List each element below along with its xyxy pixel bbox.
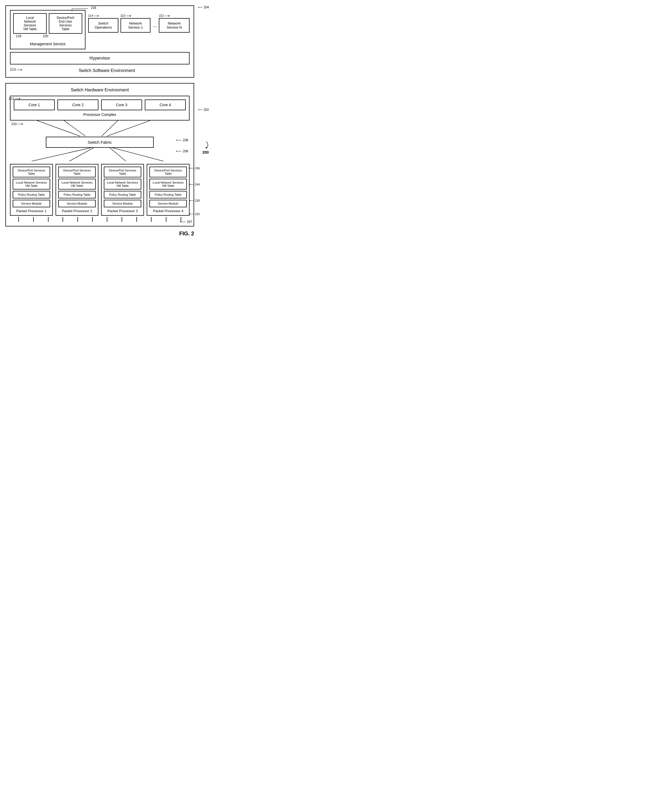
bottom-line-9 — [136, 217, 137, 222]
switch-operations-box: Switch Operations — [88, 18, 118, 33]
bottom-line-6 — [92, 217, 93, 222]
pp4-policy-routing-box: Policy Routing Table — [150, 191, 187, 198]
services-boxes: 214 Switch Operations — [88, 14, 189, 33]
device-port-end-user-table-box: Device/Port/ End User Services Table — [49, 13, 82, 34]
proc-to-fabric-lines: 210 — [10, 121, 189, 137]
ref-216-line — [64, 6, 96, 11]
svg-marker-37 — [198, 6, 199, 8]
network-service-1-ref-wrap: 222 Network Service 1 — [121, 14, 151, 33]
pp2-service-module-box: Service Module — [58, 200, 96, 207]
svg-marker-13 — [22, 123, 23, 125]
network-service-1-box: Network Service 1 — [121, 18, 151, 33]
packet-processor-1: Device/Port Services Table Local Network… — [10, 164, 53, 216]
ref-222b-label: 222 — [159, 14, 189, 18]
pp3-title: Packet Processor 3 — [104, 209, 141, 213]
ref-213-arrow — [17, 68, 23, 72]
ref-222a-label: 222 — [121, 14, 151, 18]
packet-processor-3: Device/Port Services Table Local Network… — [101, 164, 144, 216]
pp3-device-port-box: Device/Port Services Table — [104, 166, 141, 177]
svg-marker-40 — [205, 147, 207, 149]
bottom-line-7 — [107, 217, 107, 222]
pp4-device-port-box: Device/Port Services Table — [150, 166, 187, 177]
ref-214-label: 214 — [88, 14, 118, 18]
ref-210-arrow — [18, 122, 23, 126]
svg-marker-3 — [98, 15, 99, 17]
local-network-vm-table-box: Local Network Services VM Table — [13, 13, 47, 34]
ref-244: 244 — [189, 183, 200, 186]
switch-operations-ref-wrap: 214 Switch Operations — [88, 14, 118, 33]
pp2-policy-routing-box: Policy Routing Table — [58, 191, 96, 198]
svg-marker-7 — [168, 15, 170, 17]
pp4-local-network-box: Local Network Services VM Table — [150, 179, 187, 189]
processor-complex-box: Core 1 Core 2 Core 3 Core 4 Processor Co… — [10, 96, 189, 121]
pp2-title: Packet Processor 2 — [58, 209, 96, 213]
fabric-pp-connector-svg — [10, 148, 189, 161]
ref-207: 207 — [180, 220, 192, 224]
packet-processor-4: Device/Port Services Table 236 Local Net… — [147, 164, 189, 216]
ref-222a-arrow — [126, 14, 131, 18]
pp1-device-port-box: Device/Port Services Table — [13, 166, 50, 177]
switch-fabric-box: Switch Fabric — [46, 137, 154, 148]
svg-marker-27 — [189, 168, 190, 169]
svg-marker-29 — [189, 183, 190, 185]
svg-marker-5 — [130, 15, 131, 17]
svg-marker-19 — [176, 139, 177, 141]
pp3-service-module-box: Service Module — [104, 200, 141, 207]
ref-244-arrow — [189, 183, 194, 186]
management-row: Local Network Services VM Table Device/P… — [10, 10, 189, 49]
ref-213: 213 — [10, 67, 23, 72]
ref-210: 210 — [11, 122, 23, 126]
hardware-env-title: Switch Hardware Environment — [10, 88, 189, 93]
ref-218: 218 — [16, 34, 21, 38]
ref-214-arrow — [94, 14, 99, 18]
proc-fabric-connector-svg — [10, 121, 189, 137]
pp2-local-network-box: Local Network Services VM Table — [58, 179, 96, 189]
ref-230-arrow — [189, 199, 194, 202]
cores-row: Core 1 Core 2 Core 3 Core 4 — [14, 99, 186, 110]
bottom-lines-row — [10, 217, 189, 222]
management-service-box: Local Network Services VM Table Device/P… — [10, 10, 86, 49]
bottom-line-10 — [151, 217, 151, 222]
ref-236-arrow — [189, 166, 194, 170]
ref-222b-arrow — [165, 14, 170, 18]
pp4-service-module-box: Service Module — [150, 200, 187, 207]
pp3-policy-routing-box: Policy Routing Table — [104, 191, 141, 198]
svg-marker-33 — [189, 213, 190, 215]
ellipsis-label: ... — [153, 14, 157, 33]
ref-200-label: 200 — [201, 140, 210, 154]
core-4-box: Core 4 — [145, 99, 186, 110]
ref-236: 236 — [189, 166, 200, 170]
ref-202-label: 202 — [198, 108, 209, 111]
bottom-line-1 — [18, 217, 19, 222]
network-service-n-box: Network Service N — [159, 18, 189, 33]
pp1-title: Packet Processor 1 — [13, 209, 50, 213]
management-service-inner: Local Network Services VM Table Device/P… — [13, 13, 82, 34]
fig-label: FIG. 2 — [5, 230, 194, 237]
bottom-line-5 — [77, 217, 78, 222]
pp2-device-port-box: Device/Port Services Table — [58, 166, 96, 177]
packet-processor-2: Device/Port Services Table Local Network… — [55, 164, 98, 216]
core-1-box: Core 1 — [14, 99, 55, 110]
services-area: 216 214 — [88, 10, 189, 49]
ref-207-arrow — [180, 220, 186, 224]
svg-line-17 — [107, 121, 150, 136]
network-service-n-ref-wrap: 222 Network Service N — [159, 14, 189, 33]
bottom-line-11 — [166, 217, 166, 222]
svg-line-16 — [102, 121, 118, 136]
management-service-title: Management Service — [13, 42, 82, 46]
switch-fabric-area: Switch Fabric 208 — [10, 137, 189, 148]
software-env-title: Switch Software Environment — [24, 68, 189, 73]
processor-complex-title: Processor Complex — [14, 112, 186, 117]
hardware-env-box: Switch Hardware Environment 212 Core 1 C… — [5, 83, 194, 226]
hypervisor-box: Hypervisor — [10, 52, 189, 64]
svg-line-25 — [113, 148, 164, 161]
software-env-footer: 213 Switch Software Environment — [10, 66, 189, 73]
pp1-local-network-box: Local Network Services VM Table — [13, 179, 50, 189]
svg-line-22 — [32, 148, 91, 161]
svg-line-14 — [37, 121, 80, 136]
svg-line-24 — [110, 148, 126, 161]
svg-marker-9 — [21, 69, 22, 71]
core-3-box: Core 3 — [101, 99, 142, 110]
ref-200-arrow — [201, 140, 210, 150]
bottom-line-4 — [63, 217, 63, 222]
